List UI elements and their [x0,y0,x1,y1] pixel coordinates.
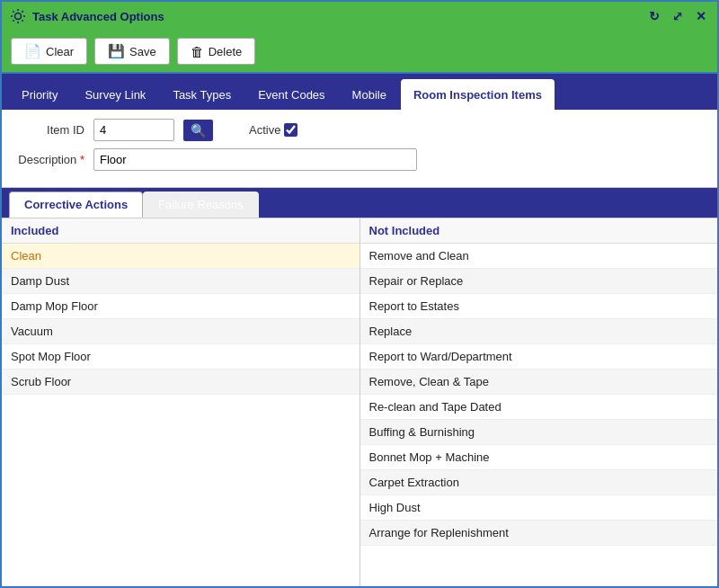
delete-icon: 🗑 [191,44,204,59]
save-button[interactable]: 💾 Save [94,38,170,65]
description-row: Description [13,148,706,171]
included-item[interactable]: Damp Dust [2,269,360,294]
main-window: Task Advanced Options ↻ ⤢ ✕ 📄 Clear 💾 Sa… [0,0,719,588]
included-item[interactable]: Clean [2,244,360,269]
included-header: Included [2,218,360,244]
not-included-item[interactable]: High Dust [360,495,718,521]
save-icon: 💾 [108,43,125,59]
delete-button[interactable]: 🗑 Delete [177,38,256,65]
nav-tab-room-inspection[interactable]: Room Inspection Items [401,79,555,110]
not-included-item[interactable]: Repair or Replace [360,269,718,294]
not-included-item[interactable]: Replace [360,319,718,344]
refresh-button[interactable]: ↻ [645,7,663,25]
content-area: Included CleanDamp DustDamp Mop FloorVac… [2,218,717,586]
title-bar-left: Task Advanced Options [9,7,164,25]
toolbar: 📄 Clear 💾 Save 🗑 Delete [2,31,717,74]
nav-tabs: PrioritySurvey LinkTask TypesEvent Codes… [2,74,717,110]
included-item[interactable]: Scrub Floor [2,370,360,395]
included-list: CleanDamp DustDamp Mop FloorVacuumSpot M… [2,244,360,586]
included-column: Included CleanDamp DustDamp Mop FloorVac… [2,218,360,586]
resize-button[interactable]: ⤢ [669,7,687,25]
svg-point-0 [15,13,22,20]
nav-tab-task-types[interactable]: Task Types [160,79,244,110]
sub-tabs-bar: Corrective ActionsFailure Reasons [2,188,717,218]
clear-icon: 📄 [24,43,41,59]
active-label-container: Active [249,123,297,137]
nav-tab-priority[interactable]: Priority [9,79,70,110]
title-bar-controls: ↻ ⤢ ✕ [645,7,710,25]
not-included-item[interactable]: Report to Estates [360,294,718,319]
included-item[interactable]: Spot Mop Floor [2,344,360,370]
not-included-item[interactable]: Remove and Clean [360,244,718,269]
not-included-item[interactable]: Arrange for Replenishment [360,521,718,546]
title-bar: Task Advanced Options ↻ ⤢ ✕ [2,2,717,31]
item-id-label: Item ID [13,123,84,137]
not-included-item[interactable]: Re-clean and Tape Dated [360,395,718,420]
form-area: Item ID 🔍 Active Description [2,110,717,188]
item-id-row: Item ID 🔍 Active [13,119,706,141]
active-label-text: Active [249,123,280,137]
sub-tab-corrective-actions[interactable]: Corrective Actions [9,192,143,218]
not-included-item[interactable]: Bonnet Mop + Machine [360,445,718,470]
active-checkbox[interactable] [284,123,297,137]
nav-tab-mobile[interactable]: Mobile [340,79,399,110]
not-included-item[interactable]: Buffing & Burnishing [360,420,718,445]
search-button[interactable]: 🔍 [183,120,213,141]
not-included-item[interactable]: Report to Ward/Department [360,344,718,370]
close-button[interactable]: ✕ [692,7,710,25]
sub-tab-failure-reasons[interactable]: Failure Reasons [143,192,259,218]
included-item[interactable]: Damp Mop Floor [2,294,360,319]
not-included-column: Not Included Remove and CleanRepair or R… [360,218,718,586]
description-input[interactable] [93,148,417,171]
item-id-input[interactable] [93,119,174,141]
nav-tab-event-codes[interactable]: Event Codes [245,79,337,110]
description-label: Description [13,153,84,166]
window-title: Task Advanced Options [32,10,164,23]
list-container: Included CleanDamp DustDamp Mop FloorVac… [2,218,717,586]
clear-button[interactable]: 📄 Clear [11,38,87,65]
settings-icon [9,7,27,25]
not-included-list: Remove and CleanRepair or ReplaceReport … [360,244,718,586]
not-included-item[interactable]: Remove, Clean & Tape [360,370,718,395]
included-item[interactable]: Vacuum [2,319,360,344]
not-included-header: Not Included [360,218,718,244]
nav-tab-survey-link[interactable]: Survey Link [72,79,158,110]
not-included-item[interactable]: Carpet Extraction [360,470,718,495]
